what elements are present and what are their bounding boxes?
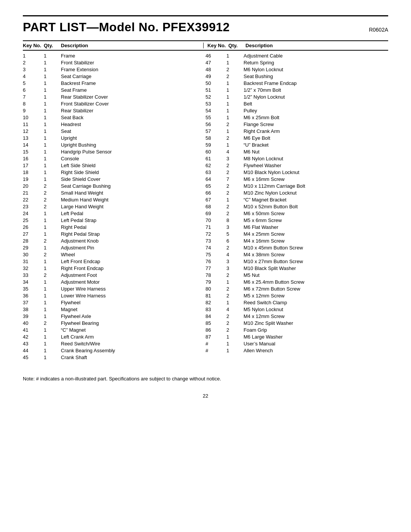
cell-keyno: 2 (23, 60, 44, 66)
cell-keyno: 71 (206, 224, 226, 230)
cell-keyno: 32 (23, 265, 44, 271)
page-header: PART LIST—Model No. PFEX39912 R0602A (23, 15, 388, 34)
note-text: Note: # indicates a non-illustrated part… (23, 376, 221, 382)
cell-desc: Medium Hand Weight (61, 197, 206, 203)
table-row: 26 1 Right Pedal (23, 224, 206, 230)
cell-qty: 1 (44, 121, 61, 127)
cell-desc: Seat Carriage Bushing (61, 183, 206, 189)
cell-qty: 1 (44, 156, 61, 161)
table-row: 10 1 Seat Back (23, 114, 206, 121)
cell-qty: 1 (44, 176, 61, 182)
cell-qty: 1 (44, 128, 61, 134)
cell-qty: 2 (226, 327, 244, 333)
table-row: 15 1 Handgrip Pulse Sensor (23, 148, 206, 155)
cell-desc: Right Pedal Strap (61, 231, 206, 237)
cell-qty: 1 (44, 73, 61, 79)
table-row: 37 1 Flywheel (23, 299, 206, 306)
left-desc-header: Description (61, 43, 199, 48)
cell-desc: Flywheel Bearing (61, 320, 206, 326)
cell-keyno: 64 (206, 176, 226, 182)
cell-qty: 1 (44, 348, 61, 353)
cell-desc: Front Stabilizer Cover (61, 101, 206, 107)
cell-qty: 1 (44, 265, 61, 271)
cell-keyno: 58 (206, 135, 226, 141)
table-row: 33 2 Adjustment Foot (23, 272, 206, 278)
table-row: 29 1 Adjustment Pin (23, 244, 206, 251)
cell-desc: Lower Wire Harness (61, 293, 206, 299)
table-row: 77 3 M10 Black Split Washer (206, 265, 388, 272)
cell-keyno: 66 (206, 190, 226, 196)
cell-desc: “C” Magnet Bracket (244, 197, 388, 203)
cell-keyno: 51 (206, 87, 226, 93)
table-row: 80 2 M6 x 72mm Button Screw (206, 285, 388, 292)
cell-keyno: 73 (206, 238, 226, 244)
table-row: # 1 Allen Wrench (206, 347, 388, 354)
cell-keyno: 4 (23, 73, 44, 79)
cell-qty: 2 (226, 211, 244, 216)
cell-keyno: # (206, 341, 226, 347)
cell-qty: 2 (44, 320, 61, 326)
cell-keyno: 80 (206, 286, 226, 292)
cell-keyno: 54 (206, 108, 226, 113)
cell-keyno: 72 (206, 231, 226, 237)
table-row: 20 2 Seat Carriage Bushing (23, 182, 206, 189)
table-row: 11 1 Headrest (23, 121, 206, 128)
table-row: 71 3 M6 Flat Washer (206, 224, 388, 230)
cell-keyno: 1 (23, 53, 44, 59)
cell-qty: 1 (44, 169, 61, 175)
cell-desc: M6 Flat Washer (244, 224, 388, 230)
right-desc-header: Description (245, 43, 388, 48)
table-row: 60 4 M6 Nut (206, 148, 388, 155)
left-header: Key No. Qty. Description (23, 43, 204, 48)
cell-desc: Backrest Frame (61, 80, 206, 86)
cell-qty: 1 (44, 245, 61, 251)
table-row: 4 1 Seat Carriage (23, 73, 206, 80)
table-row: 12 1 Seat (23, 128, 206, 134)
cell-qty: 2 (44, 252, 61, 257)
table-row: 65 2 M10 x 112mm Carriage Bolt (206, 182, 388, 189)
cell-keyno: # (206, 348, 226, 353)
cell-desc: Left Side Shield (61, 163, 206, 168)
cell-keyno: 33 (23, 272, 44, 278)
table-row: 1 1 Frame (23, 52, 206, 59)
cell-desc: Console (61, 156, 206, 161)
cell-keyno: 61 (206, 156, 226, 161)
cell-qty: 1 (226, 197, 244, 203)
cell-keyno: 26 (23, 224, 44, 230)
left-keyno-header: Key No. (23, 43, 44, 48)
cell-qty: 1 (44, 217, 61, 223)
table-row: 31 1 Left Front Endcap (23, 258, 206, 265)
table-row: 19 1 Side Shield Cover (23, 176, 206, 182)
cell-desc: Left Front Endcap (61, 259, 206, 264)
cell-keyno: 43 (23, 341, 44, 347)
cell-desc: Side Shield Cover (61, 176, 206, 182)
cell-keyno: 55 (206, 115, 226, 120)
cell-desc: User’s Manual (244, 341, 388, 347)
table-row: 9 1 Rear Stabilizer (23, 107, 206, 114)
data-rows: 1 1 Frame 2 1 Front Stabilizer 3 1 Frame… (23, 52, 388, 361)
table-row: 25 1 Left Pedal Strap (23, 217, 206, 224)
cell-qty: 1 (44, 53, 61, 59)
cell-qty: 2 (44, 204, 61, 209)
cell-desc: Pulley (244, 108, 388, 113)
cell-qty: 7 (226, 176, 244, 182)
table-row: 48 2 M6 Nylon Locknut (206, 66, 388, 73)
cell-desc: “U” Bracket (244, 142, 388, 148)
cell-qty: 3 (226, 259, 244, 264)
cell-qty: 1 (226, 115, 244, 120)
cell-keyno: 60 (206, 149, 226, 155)
cell-desc: M5 Nylon Locknut (244, 307, 388, 312)
cell-keyno: 18 (23, 169, 44, 175)
cell-desc: Reed Switch/Wire (61, 341, 206, 347)
cell-qty: 1 (226, 279, 244, 285)
parts-table: Key No. Qty. Description Key No. Qty. De… (23, 40, 388, 361)
cell-keyno: 44 (23, 348, 44, 353)
cell-desc: Adjustment Pin (61, 245, 206, 251)
cell-keyno: 20 (23, 183, 44, 189)
cell-qty: 1 (226, 101, 244, 107)
left-parts-column: 1 1 Frame 2 1 Front Stabilizer 3 1 Frame… (23, 52, 206, 361)
cell-desc: M10 x 112mm Carriage Bolt (244, 183, 388, 189)
cell-keyno: 29 (23, 245, 44, 251)
cell-qty: 1 (44, 115, 61, 120)
table-row: 81 2 M5 x 12mm Screw (206, 292, 388, 299)
